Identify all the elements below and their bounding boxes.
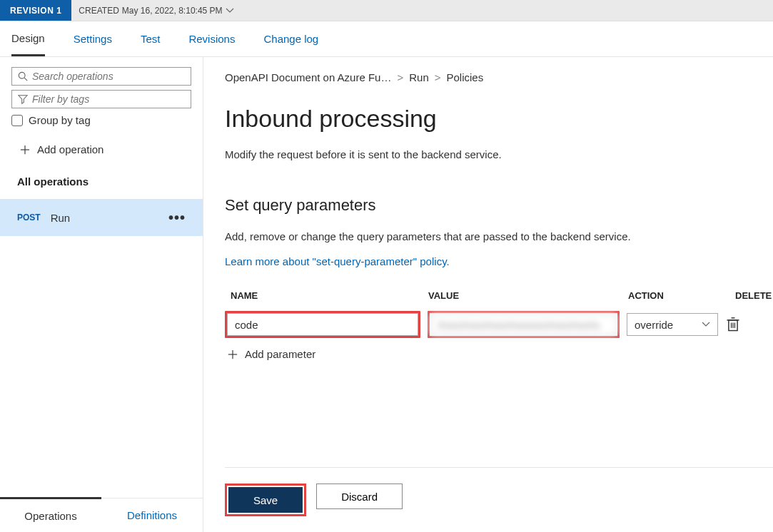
operation-item-run[interactable]: POST Run ••• [0,199,203,236]
crumb-policies: Policies [447,71,484,83]
param-action-value: override [635,319,673,331]
group-by-tag[interactable]: Group by tag [11,114,191,126]
tab-settings[interactable]: Settings [74,23,112,55]
revision-dropdown[interactable]: CREATED May 16, 2022, 8:10:45 PM [79,6,233,16]
learn-more-link[interactable]: Learn more about "set-query-parameter" p… [225,255,773,267]
revision-badge: REVISION 1 [0,0,71,21]
operation-method: POST [17,213,41,222]
add-operation-label: Add operation [37,143,103,155]
filter-icon [18,94,28,104]
filter-tags-input[interactable] [32,93,185,105]
crumb-operation[interactable]: Run [409,71,429,83]
col-name: NAME [225,290,428,301]
group-by-tag-checkbox[interactable] [11,115,23,126]
discard-button[interactable]: Discard [316,484,403,509]
group-by-tag-label: Group by tag [29,114,91,126]
page-subtitle: Modify the request before it is sent to … [225,148,773,160]
svg-line-1 [24,78,27,81]
revision-created-time: May 16, 2022, 8:10:45 PM [122,6,223,16]
button-bar: Save Discard [225,467,773,532]
chevron-down-icon [702,322,710,327]
add-operation-button[interactable]: Add operation [0,133,203,165]
tab-revisions[interactable]: Revisions [188,23,235,55]
search-icon [18,71,28,81]
param-name-input[interactable] [227,313,418,336]
add-parameter-button[interactable]: Add parameter [225,348,773,360]
crumb-api[interactable]: OpenAPI Document on Azure Fu… [225,71,391,83]
left-panel: Group by tag Add operation All operation… [0,57,203,532]
left-tab-definitions[interactable]: Definitions [101,498,203,532]
param-action-select[interactable]: override [627,313,718,336]
revision-created-label: CREATED [79,6,118,16]
tab-design[interactable]: Design [11,22,45,56]
tab-test[interactable]: Test [141,23,161,55]
add-parameter-label: Add parameter [245,348,315,360]
operation-more-icon[interactable]: ••• [168,210,186,226]
section-description: Add, remove or change the query paramete… [225,230,773,242]
crumb-sep: > [435,71,441,83]
chevron-down-icon [226,8,234,14]
all-operations-header[interactable]: All operations [0,165,203,199]
param-value-input[interactable] [430,313,617,336]
breadcrumb: OpenAPI Document on Azure Fu… > Run > Po… [225,71,773,83]
left-bottom-tabs: Operations Definitions [0,498,203,532]
search-operations-input[interactable] [32,71,185,82]
crumb-sep: > [397,71,403,83]
left-tab-operations[interactable]: Operations [0,497,101,532]
section-title: Set query parameters [225,196,773,215]
plus-icon [20,145,30,155]
operation-name: Run [51,212,71,224]
delete-icon[interactable] [725,317,741,332]
params-table-header: NAME VALUE ACTION DELETE [225,286,773,311]
search-operations-box[interactable] [11,67,191,86]
plus-icon [228,349,238,359]
col-action: ACTION [628,290,735,301]
top-tabs: Design Settings Test Revisions Change lo… [0,21,773,57]
right-panel: OpenAPI Document on Azure Fu… > Run > Po… [203,57,773,532]
svg-point-0 [19,72,25,78]
filter-tags-box[interactable] [11,90,191,108]
tab-changelog[interactable]: Change log [263,23,318,55]
revision-bar: REVISION 1 CREATED May 16, 2022, 8:10:45… [0,0,773,21]
param-row: override [225,311,773,338]
page-title: Inbound processing [225,105,773,133]
col-delete: DELETE [735,290,773,301]
save-button[interactable]: Save [228,487,303,513]
col-value: VALUE [428,290,628,301]
